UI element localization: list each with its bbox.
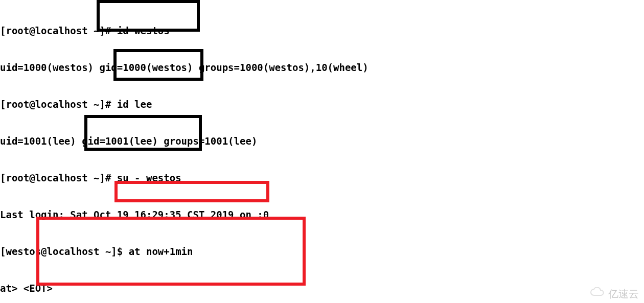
terminal-line: Last login: Sat Oct 19 16:29:35 CST 2019…: [0, 208, 369, 221]
terminal-output: [root@localhost ~]# id westos uid=1000(w…: [0, 0, 369, 303]
terminal-line: uid=1001(lee) gid=1001(lee) groups=1001(…: [0, 135, 369, 147]
terminal-line: [westos@localhost ~]$ at now+1min: [0, 245, 369, 258]
terminal-line: [root@localhost ~]# id westos: [0, 25, 369, 37]
watermark-text: 亿速云: [608, 288, 639, 300]
cloud-icon: [590, 287, 605, 300]
terminal-line: [root@localhost ~]# su - westos: [0, 172, 369, 184]
watermark: 亿速云: [590, 287, 639, 300]
terminal-line: [root@localhost ~]# id lee: [0, 98, 369, 110]
terminal-line: uid=1000(westos) gid=1000(westos) groups…: [0, 61, 369, 74]
terminal-line: at> <EOT>: [0, 282, 369, 294]
